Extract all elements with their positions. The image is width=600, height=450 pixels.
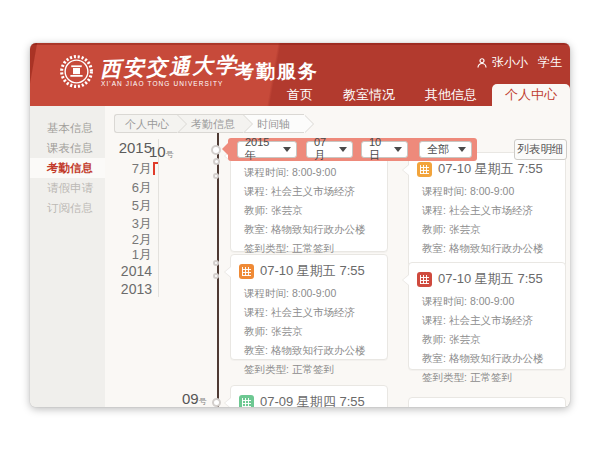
- status-stamp-orange-icon: [239, 264, 254, 279]
- nav-item-classrooms[interactable]: 教室情况: [328, 84, 410, 106]
- nav-item-other-info[interactable]: 其他信息: [410, 84, 492, 106]
- attendance-window: 西安交通大学 XI'AN JIAO TONG UNIVERSITY 考勤服务 张…: [30, 43, 570, 407]
- breadcrumb: 个人中心 考勤信息 时间轴: [114, 114, 304, 133]
- user-name: 张小小: [492, 54, 528, 71]
- type-dropdown[interactable]: 全部: [419, 141, 472, 158]
- timeline-node[interactable]: [213, 173, 219, 179]
- university-name-zh: 西安交通大学: [100, 51, 239, 84]
- month-rail-divider: [158, 139, 159, 297]
- chevron-down-icon: [458, 147, 466, 152]
- month-dropdown[interactable]: 07月: [306, 141, 353, 158]
- person-icon: [476, 57, 488, 69]
- status-stamp-red-icon: [417, 272, 432, 287]
- user-info[interactable]: 张小小 学生: [476, 54, 562, 71]
- chevron-down-icon: [283, 147, 291, 152]
- day-label-10: 10号: [149, 143, 174, 161]
- university-logo-icon: [59, 54, 94, 89]
- day-dropdown[interactable]: 10日: [361, 141, 408, 158]
- rail-year-2014[interactable]: 2014: [108, 263, 152, 279]
- timeline-node[interactable]: [213, 260, 219, 266]
- chevron-down-icon: [394, 147, 402, 152]
- sidebar-item-attendance[interactable]: 考勤信息: [30, 158, 105, 178]
- app-header: 西安交通大学 XI'AN JIAO TONG UNIVERSITY 考勤服务 张…: [30, 43, 570, 106]
- sidebar: 基本信息 课表信息 考勤信息 请假申请 订阅信息: [30, 106, 105, 407]
- main-nav: 首页 教室情况 其他信息 个人中心: [272, 84, 570, 106]
- timeline-node[interactable]: [213, 273, 219, 279]
- university-name-en: XI'AN JIAO TONG UNIVERSITY: [101, 80, 223, 87]
- year-dropdown[interactable]: 2015年: [237, 141, 297, 158]
- rail-year-2013[interactable]: 2013: [108, 281, 152, 297]
- rail-month-jul[interactable]: 7月: [108, 160, 152, 178]
- timeline-node[interactable]: [212, 398, 221, 407]
- sidebar-item-leave-request[interactable]: 请假申请: [30, 178, 105, 198]
- attendance-card[interactable]: 07-10 星期五 7:55 课程时间:8:00-9:00 课程:社会主义市场经…: [408, 152, 566, 268]
- status-stamp-orange-icon: [417, 162, 432, 177]
- sidebar-item-timetable[interactable]: 课表信息: [30, 138, 105, 158]
- attendance-card[interactable]: 07-09 星期四 7:55: [230, 385, 388, 407]
- breadcrumb-personal-center[interactable]: 个人中心: [114, 114, 177, 133]
- user-role: 学生: [538, 54, 562, 71]
- chevron-down-icon: [339, 147, 347, 152]
- rail-month-may[interactable]: 5月: [108, 197, 152, 215]
- sidebar-item-subscription[interactable]: 订阅信息: [30, 198, 105, 218]
- rail-month-jan[interactable]: 1月: [108, 246, 152, 264]
- rail-year-2015[interactable]: 2015: [108, 139, 152, 156]
- attendance-card[interactable]: 07-10 星期五 7:55 课程时间:8:00-9:00 课程:社会主义市场经…: [408, 262, 566, 370]
- timeline-node[interactable]: [213, 158, 220, 165]
- card-date: 07-09 星期四 7:55: [260, 393, 365, 407]
- nav-item-home[interactable]: 首页: [272, 84, 328, 106]
- timeline-node[interactable]: [211, 145, 221, 155]
- attendance-card[interactable]: 07-10 星期五 7:55 课程时间:8:00-9:00 课程:社会主义市场经…: [230, 254, 388, 360]
- current-month-marker: [153, 162, 155, 175]
- app-title: 考勤服务: [235, 59, 319, 85]
- filter-bar: 2015年 07月 10日 全部: [228, 138, 477, 161]
- status-stamp-green-icon: [239, 395, 254, 408]
- nav-item-personal-center[interactable]: 个人中心: [492, 84, 570, 106]
- card-date: 07-10 星期五 7:55: [260, 262, 365, 280]
- card-date: 07-10 星期五 7:55: [438, 270, 543, 288]
- rail-month-jun[interactable]: 6月: [108, 179, 152, 197]
- card-date: 07-10 星期五 7:55: [438, 160, 543, 178]
- day-label-09: 09号: [182, 390, 207, 407]
- list-detail-button[interactable]: 列表明细: [514, 139, 567, 160]
- attendance-card[interactable]: [408, 397, 566, 407]
- sidebar-item-basic-info[interactable]: 基本信息: [30, 118, 105, 138]
